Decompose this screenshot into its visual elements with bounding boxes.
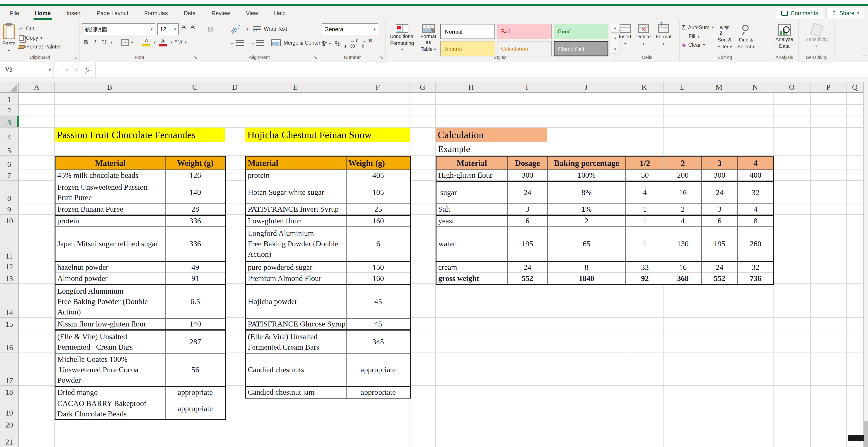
recipe1-title[interactable]: Passion Fruit Chocolate Fernandes xyxy=(55,127,225,142)
cell-weight[interactable]: 140 xyxy=(165,319,225,330)
calc-col-material[interactable]: Material xyxy=(436,156,507,170)
cell-material[interactable]: yeast xyxy=(436,215,507,226)
column-header-F[interactable]: F xyxy=(346,82,410,93)
cell-baking-pct[interactable]: 1% xyxy=(548,204,626,215)
cell-material[interactable]: Premium Almond Flour xyxy=(246,273,346,285)
calc-subtitle[interactable]: Example xyxy=(436,142,547,156)
cell-material[interactable]: Longford Aluminium Free Baking Powder (D… xyxy=(55,285,165,319)
column-header-Q[interactable]: Q xyxy=(846,82,864,93)
cell-weight[interactable]: appropriate xyxy=(165,387,225,398)
cell-style-normal[interactable]: Normal xyxy=(440,24,495,39)
cell-4x[interactable]: 32 xyxy=(738,181,774,204)
cell-half[interactable]: 1 xyxy=(626,204,664,215)
cell-weight[interactable]: appropriate xyxy=(346,354,410,387)
cell-material[interactable]: PATISFRANCE Invert Syrup xyxy=(246,204,346,215)
cell-4x[interactable]: 8 xyxy=(738,215,774,226)
row-header-18[interactable]: 18 xyxy=(0,386,19,397)
column-header-E[interactable]: E xyxy=(245,82,346,93)
cut-button[interactable]: ✂ Cut xyxy=(19,25,61,32)
cell-weight[interactable]: 140 xyxy=(165,181,225,204)
shrink-font-button[interactable]: Aˇ xyxy=(190,23,197,35)
cell-dosage[interactable]: 24 xyxy=(507,181,548,204)
sort-filter-button[interactable]: AZ Sort & Filter ▾ xyxy=(716,23,734,53)
column-header-L[interactable]: L xyxy=(664,82,701,93)
cell-2x[interactable]: 200 xyxy=(664,170,702,181)
cell-4x[interactable]: 400 xyxy=(738,170,774,181)
align-middle-button[interactable] xyxy=(208,27,213,31)
cell-material[interactable]: Dried mango xyxy=(55,387,165,398)
cell-style-good[interactable]: Good xyxy=(554,24,609,39)
cell-weight[interactable]: appropriate xyxy=(165,398,225,420)
cell-dosage[interactable]: 300 xyxy=(507,170,548,181)
dialog-launcher-icon[interactable]: ↘ xyxy=(74,55,78,60)
cell-weight[interactable]: 28 xyxy=(165,204,225,215)
cell-material[interactable]: Salt xyxy=(436,204,507,215)
column-header-I[interactable]: I xyxy=(507,82,547,93)
increase-indent-button[interactable]: → xyxy=(248,37,267,48)
cell-weight[interactable]: 150 xyxy=(346,262,410,273)
cell-material[interactable]: gross weight xyxy=(436,273,507,285)
cell-2x[interactable]: 16 xyxy=(664,262,702,273)
cell-3x[interactable]: 3 xyxy=(702,204,738,215)
row-header-2[interactable]: 2 xyxy=(0,105,19,116)
cell-weight[interactable]: 105 xyxy=(346,181,410,204)
cell-baking-pct[interactable]: 100% xyxy=(548,170,626,181)
cell-material[interactable]: pure powdered sugar xyxy=(246,262,346,273)
row-header-5[interactable]: 5 xyxy=(0,142,19,156)
cell-dosage[interactable]: 24 xyxy=(507,262,548,273)
tab-page-layout[interactable]: Page Layout xyxy=(95,8,130,19)
cell-weight[interactable]: 45 xyxy=(346,285,410,319)
align-center-button[interactable] xyxy=(208,40,213,45)
column-header-C[interactable]: C xyxy=(165,82,225,93)
cell-half[interactable]: 1 xyxy=(626,226,664,262)
cell-weight[interactable]: 45 xyxy=(346,319,410,330)
merge-center-button[interactable]: Merge & Center xyxy=(269,37,322,49)
row-header-10[interactable]: 10 xyxy=(0,214,19,226)
comma-style-button[interactable]: , xyxy=(344,40,347,47)
calc-col-baking-percentage[interactable]: Baking percentage xyxy=(548,156,626,170)
row-header-9[interactable]: 9 xyxy=(0,203,19,214)
tab-formulas[interactable]: Formulas xyxy=(143,8,169,19)
cell-baking-pct[interactable]: 8 xyxy=(548,262,626,273)
recipe2-col-weight[interactable]: Weight (g) xyxy=(346,156,410,170)
cell-baking-pct[interactable]: 8% xyxy=(548,181,626,204)
dialog-launcher-icon[interactable]: ↘ xyxy=(380,55,383,60)
calc-col-half[interactable]: 1/2 xyxy=(626,156,664,170)
vertical-scrollbar[interactable] xyxy=(864,82,868,447)
cell-material[interactable]: sugar xyxy=(436,181,507,204)
column-header-N[interactable]: N xyxy=(737,82,773,93)
increase-decimal-button[interactable]: ←.000 xyxy=(350,38,358,49)
cell-weight[interactable]: 126 xyxy=(165,170,225,181)
cell-baking-pct[interactable]: 2 xyxy=(548,215,626,226)
tab-help[interactable]: Help xyxy=(273,8,287,19)
cell-weight[interactable]: 91 xyxy=(165,273,225,285)
row-header-8[interactable]: 8 xyxy=(0,181,19,203)
delete-cells-button[interactable]: ✕ Delete ▾ xyxy=(634,23,653,53)
name-box[interactable]: V3 ▾ xyxy=(0,62,54,78)
row-header-7[interactable]: 7 xyxy=(0,169,19,181)
sensitivity-button[interactable]: Sensitivity ▾ xyxy=(801,23,832,50)
format-painter-button[interactable]: Format Painter xyxy=(19,44,61,50)
cell-material[interactable]: Hojicha powder xyxy=(246,285,346,319)
cell-style-calculation[interactable]: Calculation xyxy=(497,41,552,56)
column-header-P[interactable]: P xyxy=(810,82,846,93)
column-header-O[interactable]: O xyxy=(773,82,810,93)
cancel-icon[interactable]: × xyxy=(65,66,69,73)
cell-dosage[interactable]: 552 xyxy=(507,273,548,285)
cell-weight[interactable]: 336 xyxy=(165,226,225,262)
font-name-select[interactable]: 新細明體 ▾ xyxy=(82,23,155,35)
cell-half[interactable]: 50 xyxy=(626,170,664,181)
calc-col-2x[interactable]: 2 xyxy=(664,156,702,170)
cell-material[interactable]: Longford Aluminium Free Baking Powder (D… xyxy=(246,226,346,262)
cell-weight[interactable]: 160 xyxy=(346,273,410,285)
cell-material[interactable]: water xyxy=(436,226,507,262)
number-format-select[interactable]: General ▾ xyxy=(322,23,378,35)
align-bottom-button[interactable] xyxy=(215,27,220,31)
row-header-1[interactable]: 1 xyxy=(0,93,19,105)
cell-weight[interactable]: 6.5 xyxy=(165,285,225,319)
align-right-button[interactable] xyxy=(215,40,220,45)
recipe2-title[interactable]: Hojicha Chestnut Feinan Snow xyxy=(245,127,410,142)
orientation-button[interactable]: ab↗ xyxy=(228,23,244,35)
recipe1-col-material[interactable]: Material xyxy=(55,156,165,170)
comments-button[interactable]: Comments xyxy=(776,8,824,19)
